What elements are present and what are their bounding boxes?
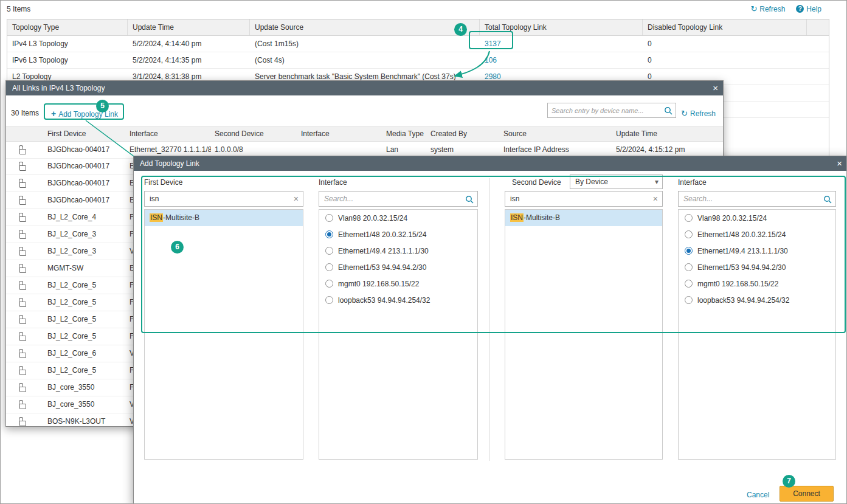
lock-glyph	[19, 370, 26, 375]
table-row[interactable]: IPv4 L3 Topology5/2/2024, 4:14:40 pm(Cos…	[7, 36, 829, 52]
close-icon[interactable]: ×	[837, 156, 842, 171]
first-device-cell: BJ_L2_Core_5	[44, 294, 126, 311]
unlock-icon	[6, 362, 44, 379]
first-device-cell: BJ_L2_Core_5	[44, 277, 126, 294]
cancel-button[interactable]: Cancel	[747, 491, 769, 499]
unlock-icon	[6, 413, 44, 426]
first-device-cell: BJGDhcao-004017	[44, 142, 126, 158]
first-device-cell: BJ_L2_Core_5	[44, 328, 126, 345]
dialog-header: All Links in IPv4 L3 Topology ×	[6, 81, 723, 95]
app-window: 5 Items ↻ Refresh ? Help Topology Type U…	[0, 0, 847, 504]
table-row[interactable]: IPv6 L3 Topology5/2/2024, 4:14:35 pm(Cos…	[7, 52, 829, 69]
connect-button[interactable]: Connect	[780, 486, 834, 502]
lock-glyph	[19, 421, 26, 426]
dialog-title: All Links in IPv4 L3 Topology	[12, 84, 105, 92]
first-device-cell: BJ_L2_Core_4	[44, 209, 126, 226]
annotation-step-6: 6	[171, 241, 184, 254]
refresh-icon: ↻	[750, 4, 757, 13]
add-topology-link-dialog: Add Topology Link × First Device Interfa…	[133, 156, 847, 504]
column-header-created-by[interactable]: Created By	[427, 127, 500, 141]
lock-glyph	[19, 319, 26, 324]
column-header-interface[interactable]: Interface	[126, 127, 211, 141]
lock-glyph	[19, 353, 26, 358]
lock-glyph	[19, 182, 26, 188]
help-icon: ?	[796, 5, 804, 13]
annotation-box-add-link	[44, 103, 124, 120]
lock-glyph	[19, 233, 26, 239]
unlock-icon	[6, 192, 44, 209]
column-header-update-source[interactable]: Update Source	[250, 19, 480, 35]
first-device-cell: BJ_L2_Core_3	[44, 226, 126, 243]
links-items-count: 30 Items	[11, 109, 39, 117]
lock-glyph	[19, 387, 26, 392]
unlock-icon	[6, 260, 44, 277]
close-icon[interactable]: ×	[713, 81, 718, 95]
first-device-cell: MGMT-SW	[44, 260, 126, 277]
table-cell: 0	[643, 52, 807, 68]
annotation-box-total-link	[469, 31, 513, 49]
table-cell: 5/2/2024, 4:14:35 pm	[128, 52, 250, 68]
unlock-icon	[6, 209, 44, 226]
table-cell: IPv4 L3 Topology	[7, 36, 128, 52]
column-header-source[interactable]: Source	[500, 127, 612, 141]
table-cell: 5/2/2024, 4:14:40 pm	[128, 36, 250, 52]
first-device-cell: BJ_L2_Core_3	[44, 243, 126, 260]
first-device-cell: BJ_core_3550	[44, 379, 126, 396]
dialog-title: Add Topology Link	[140, 159, 199, 168]
lock-glyph	[19, 216, 26, 222]
unlock-icon	[6, 142, 44, 158]
annotation-box-selection-area	[141, 176, 846, 333]
lock-glyph	[19, 302, 26, 307]
lock-glyph	[19, 404, 26, 409]
annotation-step-7: 7	[783, 475, 795, 488]
first-device-cell: BJ_L2_Core_5	[44, 362, 126, 379]
column-header-second-interface[interactable]: Interface	[297, 127, 382, 141]
column-header-first-device[interactable]: First Device	[44, 127, 126, 141]
help-label: Help	[806, 5, 821, 13]
table-cell: (Cost 1m15s)	[250, 36, 480, 52]
lock-glyph	[19, 268, 26, 273]
column-header-filler	[807, 19, 817, 35]
first-device-cell: BJ_L2_Core_6	[44, 345, 126, 362]
unlock-icon	[6, 175, 44, 192]
unlock-icon	[6, 294, 44, 311]
help-button[interactable]: ? Help	[796, 4, 821, 13]
first-device-cell: BJGDhcao-004017	[44, 192, 126, 209]
first-device-cell: BJGDhcao-004017	[44, 175, 126, 192]
column-header-update-time[interactable]: Update Time	[128, 19, 250, 35]
dialog-header: Add Topology Link ×	[134, 156, 847, 171]
page-items-count: 5 Items	[7, 5, 30, 13]
column-header-media-type[interactable]: Media Type	[382, 127, 427, 141]
refresh-label: Refresh	[759, 5, 785, 13]
unlock-icon	[6, 277, 44, 294]
unlock-icon	[6, 158, 44, 174]
first-device-cell: BOS-N9K-L3OUT	[44, 413, 126, 426]
column-header-topology-type[interactable]: Topology Type	[7, 19, 128, 35]
lock-glyph	[19, 250, 26, 256]
annotation-step-4: 4	[454, 23, 467, 36]
lock-glyph	[19, 199, 26, 205]
refresh-button[interactable]: ↻ Refresh	[750, 4, 785, 13]
table-cell: 0	[643, 36, 807, 52]
table-cell: (Cost 4s)	[250, 52, 480, 68]
unlock-icon	[6, 396, 44, 413]
first-device-cell: BJ_L2_Core_5	[44, 311, 126, 328]
column-header-disabled-topology-link[interactable]: Disabled Topology Link	[643, 19, 807, 35]
unlock-icon	[6, 226, 44, 243]
annotation-step-5: 5	[96, 100, 109, 112]
column-header-second-device[interactable]: Second Device	[211, 127, 297, 141]
refresh-icon: ↻	[681, 109, 688, 118]
lock-glyph	[19, 336, 26, 341]
first-device-cell: BJ_core_3550	[44, 396, 126, 413]
column-header-update-time[interactable]: Update Time	[612, 127, 723, 141]
page-toolbar: ↻ Refresh ? Help	[750, 4, 821, 13]
links-refresh-label: Refresh	[690, 109, 716, 118]
lock-glyph	[19, 165, 26, 171]
links-refresh-button[interactable]: ↻ Refresh	[681, 109, 716, 118]
total-topology-link-value[interactable]: 106	[480, 52, 643, 68]
search-input[interactable]	[548, 103, 660, 117]
lock-glyph	[19, 285, 26, 290]
search-icon	[664, 106, 672, 115]
table-cell: IPv6 L3 Topology	[7, 52, 128, 68]
unlock-icon	[6, 345, 44, 362]
